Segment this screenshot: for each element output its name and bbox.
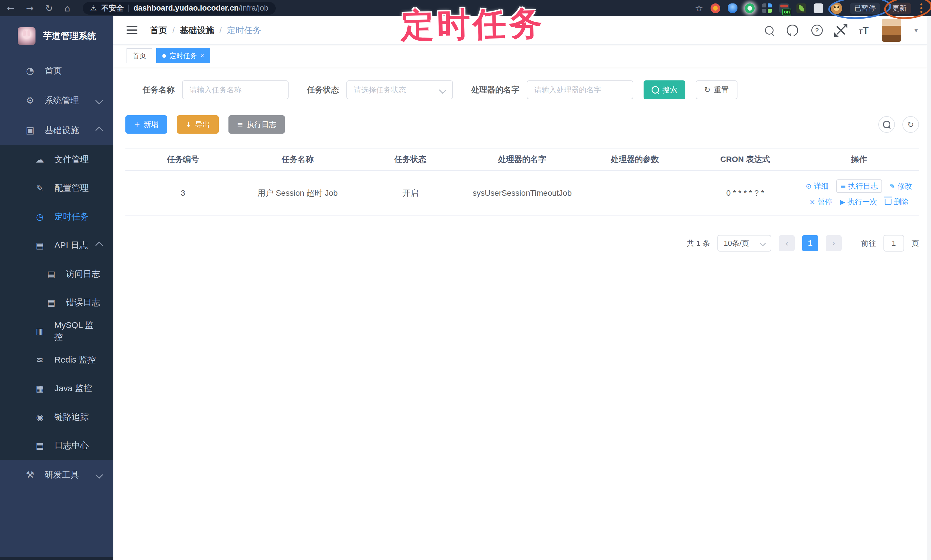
home-icon[interactable]: ⌂	[64, 4, 70, 13]
jobs-table: 任务编号 任务名称 任务状态 处理器的名字 处理器的参数 CRON 表达式 操作…	[125, 148, 919, 216]
sidebar-bottom-strip	[0, 557, 113, 560]
monkey-extension-icon[interactable]	[831, 3, 842, 14]
job-name-input[interactable]	[182, 80, 288, 99]
help-icon[interactable]: ?	[811, 25, 823, 36]
row-exec-log-link[interactable]: ≡执行日志	[836, 179, 882, 193]
address-bar[interactable]: ⚠ 不安全 dashboard.yudao.iocoder.cn/infra/j…	[83, 2, 276, 15]
breadcrumb-home[interactable]: 首页	[150, 25, 167, 36]
tab-home[interactable]: 首页	[126, 48, 152, 63]
download-icon: ↓	[185, 121, 192, 128]
avatar-caret-icon[interactable]: ▾	[914, 26, 918, 34]
refresh-icon: ↻	[704, 86, 711, 94]
col-handler-param: 处理器的参数	[579, 148, 691, 171]
reset-button[interactable]: ↻ 重置	[696, 80, 737, 99]
toggle-search-button[interactable]	[878, 116, 895, 133]
clock-icon: ◷	[34, 212, 46, 222]
pause-link[interactable]: ×暂停	[809, 197, 832, 207]
sidebar-item-file-manage[interactable]: ☁ 文件管理	[0, 145, 113, 174]
extensions-puzzle-icon[interactable]	[814, 3, 823, 13]
delete-link[interactable]: 删除	[885, 197, 909, 207]
handler-name-input[interactable]	[527, 80, 633, 99]
breadcrumb-infra[interactable]: 基础设施	[180, 25, 214, 36]
current-page-button[interactable]: 1	[802, 235, 818, 251]
search-form: 任务名称 任务状态 请选择任务状态 处理器的名字 搜索 ↻	[143, 80, 919, 99]
refresh-button[interactable]: ↻	[902, 116, 919, 133]
sidebar-item-error-log[interactable]: ▤ 错误日志	[0, 288, 113, 317]
col-actions: 操作	[799, 148, 919, 171]
extension-green-icon[interactable]	[745, 3, 755, 13]
sidebar-item-trace[interactable]: ◉ 链路追踪	[0, 403, 113, 431]
document-icon: ▤	[45, 269, 57, 279]
not-secure-label[interactable]: 不安全	[101, 3, 124, 13]
app-logo[interactable]: 芋道管理系统	[0, 16, 113, 56]
chevron-down-icon	[439, 86, 447, 94]
extension-grid-icon[interactable]	[762, 3, 772, 13]
sidebar-item-scheduled-job[interactable]: ◷ 定时任务	[0, 202, 113, 231]
col-job-status: 任务状态	[355, 148, 466, 171]
extension-blue-icon[interactable]	[728, 3, 737, 13]
prev-page-button[interactable]: ‹	[779, 235, 795, 251]
app-title: 芋道管理系统	[43, 30, 96, 42]
bookmark-star-icon[interactable]: ☆	[695, 3, 703, 14]
chevron-down-icon	[96, 97, 103, 105]
detail-link[interactable]: ⊙详细	[806, 181, 829, 191]
sidebar-item-label: MySQL 监控	[54, 319, 102, 343]
run-once-link[interactable]: ▶执行一次	[840, 197, 877, 207]
url-text[interactable]: dashboard.yudao.iocoder.cn/infra/job	[133, 4, 268, 12]
goto-page-input[interactable]	[883, 235, 904, 252]
sidebar-item-label: 访问日志	[66, 268, 100, 280]
sidebar-item-infra[interactable]: ▣ 基础设施	[0, 115, 113, 145]
sidebar-item-home[interactable]: ◔ 首页	[0, 56, 113, 86]
tab-scheduled-job[interactable]: 定时任务 ×	[156, 48, 210, 63]
cell-job-name: 用户 Session 超时 Job	[240, 171, 355, 216]
total-count: 共 1 条	[687, 238, 710, 248]
gear-icon: ⚙	[24, 95, 36, 106]
search-button[interactable]: 搜索	[644, 80, 685, 99]
export-button[interactable]: ↓ 导出	[177, 115, 219, 134]
sidebar-item-java-monitor[interactable]: ▦ Java 监控	[0, 374, 113, 403]
document-icon: ▤	[45, 298, 57, 308]
sidebar-item-config-manage[interactable]: ✎ 配置管理	[0, 174, 113, 202]
active-dot	[162, 54, 166, 58]
collapse-sidebar-icon[interactable]	[126, 26, 137, 35]
extension-on-badge-icon[interactable]: on	[779, 3, 789, 13]
sidebar-item-label: Redis 监控	[54, 354, 96, 366]
back-icon[interactable]: ←	[7, 4, 15, 13]
paused-badge[interactable]: 已暂停	[850, 3, 880, 14]
update-button[interactable]: 更新	[888, 3, 911, 14]
sidebar-item-dev-tools[interactable]: ⚒ 研发工具	[0, 460, 113, 489]
main-area: 首页 / 基础设施 / 定时任务 ? TT ▾ 首页 定时任	[113, 16, 931, 560]
exec-log-button[interactable]: ≡ 执行日志	[228, 115, 285, 134]
next-page-button[interactable]: ›	[826, 235, 842, 251]
page-size-value: 10条/页	[724, 238, 749, 248]
page-content: 任务名称 任务状态 请选择任务状态 处理器的名字 搜索 ↻	[113, 80, 931, 252]
modify-link[interactable]: ✎修改	[889, 181, 913, 191]
add-button[interactable]: + 新增	[125, 115, 167, 134]
col-job-id: 任务编号	[125, 148, 240, 171]
table-toolbar: + 新增 ↓ 导出 ≡ 执行日志 ↻	[125, 115, 919, 134]
sidebar-item-mysql-monitor[interactable]: ▥ MySQL 监控	[0, 317, 113, 345]
reload-icon[interactable]: ↻	[45, 4, 53, 13]
sidebar-item-system[interactable]: ⚙ 系统管理	[0, 86, 113, 115]
address-separator	[128, 5, 129, 12]
close-icon[interactable]: ×	[200, 52, 204, 60]
job-status-select[interactable]: 请选择任务状态	[347, 80, 453, 99]
page-size-select[interactable]: 10条/页	[717, 235, 771, 252]
sidebar-item-log-center[interactable]: ▤ 日志中心	[0, 431, 113, 460]
browser-menu-icon[interactable]	[920, 3, 922, 13]
extension-leaf-icon[interactable]	[797, 3, 806, 13]
search-icon[interactable]	[765, 26, 774, 35]
github-icon[interactable]	[787, 25, 798, 36]
forward-icon[interactable]: →	[26, 4, 34, 13]
cell-handler-name: sysUserSessionTimeoutJob	[466, 171, 579, 216]
extension-orange-icon[interactable]	[711, 3, 720, 13]
fullscreen-icon[interactable]	[836, 25, 846, 35]
text-size-icon[interactable]: TT	[859, 25, 869, 36]
sidebar-item-access-log[interactable]: ▤ 访问日志	[0, 260, 113, 288]
page-scrollbar[interactable]	[927, 16, 931, 560]
sidebar-item-redis-monitor[interactable]: ≋ Redis 监控	[0, 345, 113, 374]
breadcrumb-separator: /	[219, 25, 222, 35]
sidebar-item-api-log[interactable]: ▤ API 日志	[0, 231, 113, 260]
table-settings: ↻	[878, 116, 919, 133]
user-avatar[interactable]	[882, 18, 901, 42]
